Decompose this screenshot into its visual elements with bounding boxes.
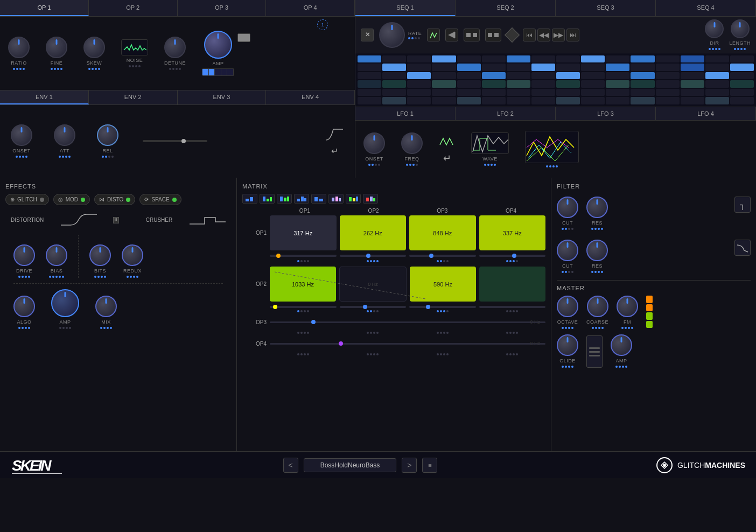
- seq-fwd-btn[interactable]: ▶▶: [552, 29, 565, 41]
- tab-env2[interactable]: ENV 2: [89, 90, 178, 104]
- seq-mode-btn4[interactable]: [485, 29, 501, 41]
- filter-upper-cut-knob[interactable]: [557, 197, 578, 218]
- lfo2-freq-knob[interactable]: [401, 132, 423, 154]
- seq-cell[interactable]: [358, 80, 381, 87]
- seq-cell[interactable]: [730, 72, 754, 79]
- tab-lfo3[interactable]: LFO 3: [556, 107, 656, 120]
- seq-cell[interactable]: [482, 55, 506, 62]
- seq-cell[interactable]: [531, 72, 555, 79]
- matrix-cell-2-3[interactable]: 590 Hz: [410, 267, 476, 302]
- seq-mode-btn3[interactable]: [464, 29, 480, 41]
- next-preset-btn[interactable]: >: [402, 458, 417, 473]
- seq-cell[interactable]: [407, 80, 431, 87]
- seq-cell[interactable]: [457, 64, 481, 71]
- bias-knob[interactable]: [46, 244, 67, 266]
- seq-cell[interactable]: [556, 72, 580, 79]
- filter-lower-cut-knob[interactable]: [557, 240, 578, 261]
- seq-cell[interactable]: [581, 55, 605, 62]
- seq-cell[interactable]: [705, 64, 729, 71]
- glitch-btn[interactable]: ⊕ GLITCH: [5, 194, 49, 205]
- seq-cell[interactable]: [581, 72, 605, 79]
- seq-cell[interactable]: [705, 55, 729, 62]
- seq-cell[interactable]: [382, 72, 406, 79]
- skew-knob[interactable]: [83, 37, 105, 58]
- seq-cell[interactable]: [432, 72, 456, 79]
- seq-cell[interactable]: [358, 97, 381, 104]
- seq-cell[interactable]: [705, 89, 729, 96]
- tab-op2[interactable]: OP 2: [89, 0, 178, 16]
- drive-knob[interactable]: [13, 244, 35, 266]
- seq-cell[interactable]: [631, 72, 654, 79]
- matrix-slider-1-3[interactable]: [409, 255, 476, 257]
- seq-cell[interactable]: [631, 89, 654, 96]
- seq-cell[interactable]: [656, 97, 680, 104]
- seq-cell[interactable]: [531, 64, 555, 71]
- seq-cell[interactable]: [482, 97, 506, 104]
- rate-knob[interactable]: [379, 22, 405, 48]
- preset-btn-2[interactable]: [260, 194, 275, 204]
- seq-cell[interactable]: [656, 89, 680, 96]
- seq-cell[interactable]: [681, 97, 704, 104]
- seq-cell[interactable]: [407, 64, 431, 71]
- effects-amp-knob[interactable]: [51, 289, 79, 317]
- matrix-cell-2-1[interactable]: 1033 Hz: [270, 267, 336, 302]
- seq-cell[interactable]: [482, 72, 506, 79]
- filter-type-upper-btn[interactable]: ┐: [734, 197, 751, 213]
- seq-cell[interactable]: [507, 55, 530, 62]
- seq-cell[interactable]: [705, 72, 729, 79]
- tab-seq2[interactable]: SEQ 2: [456, 0, 556, 16]
- seq-cell[interactable]: [656, 64, 680, 71]
- amp-knob[interactable]: [204, 31, 232, 59]
- effects-menu-btn[interactable]: ⠿: [113, 217, 119, 223]
- seq-cell[interactable]: [432, 89, 456, 96]
- seq-cell[interactable]: [457, 89, 481, 96]
- seq-cell[interactable]: [382, 55, 406, 62]
- seq-cell[interactable]: [556, 64, 580, 71]
- onset-env-knob[interactable]: [11, 124, 32, 146]
- seq-cell[interactable]: [482, 80, 506, 87]
- seq-cell[interactable]: [606, 80, 629, 87]
- preset-btn-1[interactable]: [242, 194, 257, 204]
- seq-cell[interactable]: [382, 64, 406, 71]
- master-amp-knob[interactable]: [611, 334, 632, 356]
- preset-btn-7[interactable]: [346, 194, 361, 204]
- seq-cell[interactable]: [531, 89, 555, 96]
- seq-cell[interactable]: [631, 55, 654, 62]
- seq-cell[interactable]: [407, 89, 431, 96]
- att-knob[interactable]: [54, 124, 75, 146]
- seq-cell[interactable]: [656, 55, 680, 62]
- fine-knob[interactable]: [46, 37, 67, 58]
- seq-cell[interactable]: [606, 89, 629, 96]
- seq-cell[interactable]: [531, 55, 555, 62]
- length-knob[interactable]: [731, 19, 750, 38]
- tab-lfo1[interactable]: LFO 1: [355, 107, 456, 120]
- disto-btn[interactable]: ⋈ DISTO: [94, 194, 135, 205]
- matrix-slider-2-3[interactable]: [409, 306, 476, 308]
- seq-cell[interactable]: [681, 72, 704, 79]
- amp-mode-btn[interactable]: [237, 33, 250, 42]
- seq-cell[interactable]: [730, 64, 754, 71]
- filter-upper-res-knob[interactable]: [586, 197, 608, 218]
- seq-cell[interactable]: [382, 80, 406, 87]
- prev-preset-btn[interactable]: <: [283, 458, 298, 473]
- seq-grid[interactable]: [355, 53, 756, 107]
- dir-knob[interactable]: [705, 19, 724, 38]
- seq-cell[interactable]: [606, 97, 629, 104]
- seq-mode-btn2[interactable]: [445, 29, 458, 41]
- seq-cell[interactable]: [382, 97, 406, 104]
- seq-cell[interactable]: [730, 89, 754, 96]
- seq-cell[interactable]: [681, 55, 704, 62]
- seq-cell[interactable]: [432, 55, 456, 62]
- filter-type-lower-btn[interactable]: [734, 240, 751, 256]
- seq-cell[interactable]: [681, 64, 704, 71]
- coarse-knob[interactable]: [587, 296, 608, 317]
- matrix-slider-1-4[interactable]: [479, 255, 546, 257]
- matrix-cell-2-4[interactable]: [479, 267, 545, 302]
- seq-cell[interactable]: [407, 97, 431, 104]
- detune-knob[interactable]: [164, 37, 186, 58]
- seq-cell[interactable]: [681, 80, 704, 87]
- env-slider[interactable]: [143, 140, 207, 142]
- seq-cell[interactable]: [606, 55, 629, 62]
- seq-cell[interactable]: [457, 80, 481, 87]
- seq-cell[interactable]: [507, 89, 530, 96]
